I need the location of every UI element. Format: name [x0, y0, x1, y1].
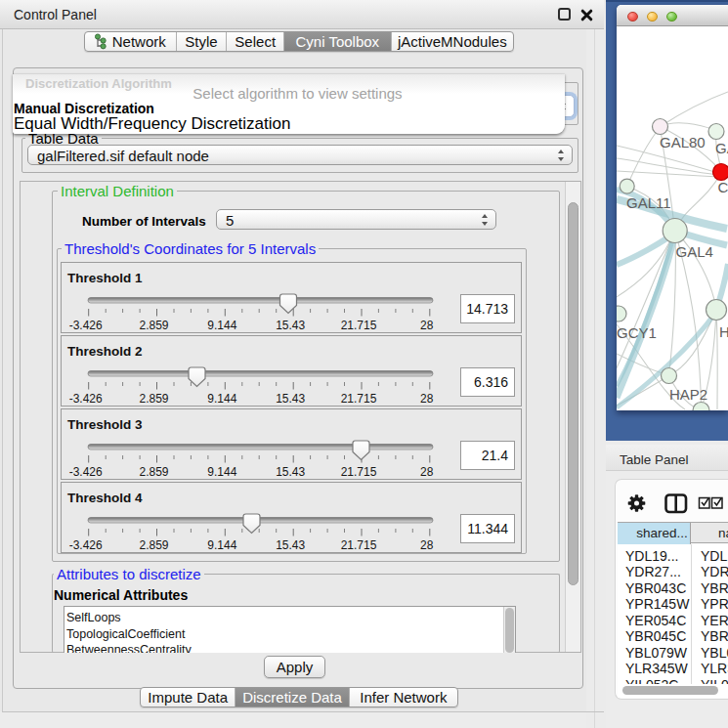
svg-text:GAL80: GAL80	[660, 134, 706, 150]
svg-text:H: H	[719, 323, 728, 340]
svg-text:GAL11: GAL11	[626, 194, 671, 211]
svg-text:GCY1: GCY1	[617, 324, 657, 341]
svg-text:HAP2: HAP2	[669, 386, 707, 403]
svg-text:C: C	[718, 179, 728, 195]
svg-text:GA: GA	[715, 140, 728, 156]
svg-text:GAL4: GAL4	[676, 243, 713, 260]
